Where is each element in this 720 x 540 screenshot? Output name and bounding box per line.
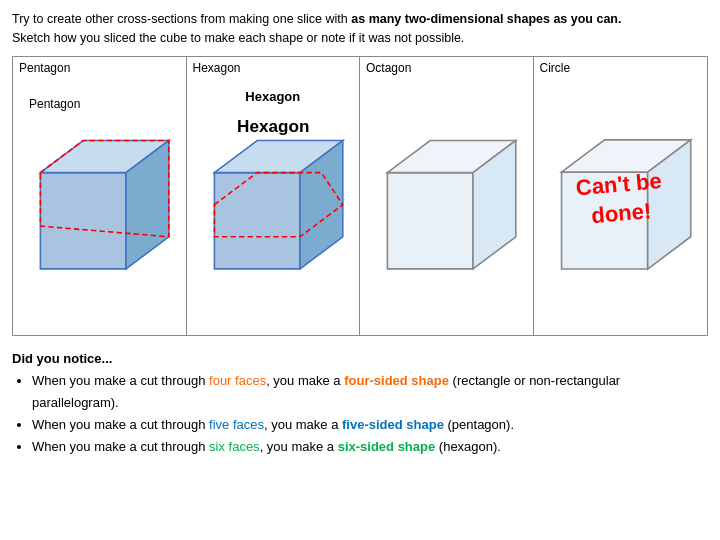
pentagon-cube-svg <box>19 87 180 322</box>
circle-cell: Circle Can't bedone! <box>534 57 708 335</box>
instructions-line1: Try to create other cross-sections from … <box>12 12 351 26</box>
notes-1-before: When you make a cut through <box>32 373 209 388</box>
circle-label: Circle <box>540 61 571 75</box>
notes-2-after: (pentagon). <box>444 417 514 432</box>
octagon-cell: Octagon <box>360 57 534 335</box>
notes-3-after: (hexagon). <box>435 439 501 454</box>
notes-item-2: When you make a cut through five faces, … <box>32 414 708 436</box>
notes-3-highlight2: six-sided shape <box>338 439 436 454</box>
octagon-label: Octagon <box>366 61 411 75</box>
page: Try to create other cross-sections from … <box>0 0 720 540</box>
notes-2-highlight2: five-sided shape <box>342 417 444 432</box>
hexagon-label: Hexagon <box>193 61 241 75</box>
notes-1-highlight2: four-sided shape <box>344 373 449 388</box>
notes-section: Did you notice... When you make a cut th… <box>12 348 708 458</box>
hexagon-inner-label: Hexagon <box>245 89 300 104</box>
notes-2-mid: , you make a <box>264 417 342 432</box>
instructions-line2: Sketch how you sliced the cube to make e… <box>12 31 464 45</box>
hexagon-cell: Hexagon Hexagon Hexagon <box>187 57 361 335</box>
notes-3-mid: , you make a <box>260 439 338 454</box>
octagon-cube-svg <box>366 87 527 322</box>
hexagon-cube-svg: Hexagon <box>193 87 354 322</box>
notes-1-mid: , you make a <box>266 373 344 388</box>
notes-item-3: When you make a cut through six faces, y… <box>32 436 708 458</box>
pentagon-cell: Pentagon Pentagon <box>13 57 187 335</box>
instructions: Try to create other cross-sections from … <box>12 10 708 48</box>
svg-text:Hexagon: Hexagon <box>237 117 309 136</box>
notes-1-highlight1: four faces <box>209 373 266 388</box>
notes-item-1: When you make a cut through four faces, … <box>32 370 708 414</box>
svg-marker-9 <box>387 172 473 268</box>
notes-2-highlight1: five faces <box>209 417 264 432</box>
circle-content: Can't bedone! <box>540 79 702 331</box>
pentagon-label: Pentagon <box>19 61 70 75</box>
did-you-notice-header: Did you notice... <box>12 348 708 370</box>
shapes-grid: Pentagon Pentagon Hexagon <box>12 56 708 336</box>
octagon-content <box>366 79 527 331</box>
notes-list: When you make a cut through four faces, … <box>12 370 708 458</box>
instructions-line1-bold: as many two-dimensional shapes as you ca… <box>351 12 621 26</box>
cant-be-done-text: Can't bedone! <box>575 167 666 231</box>
notes-3-before: When you make a cut through <box>32 439 209 454</box>
svg-marker-0 <box>40 172 126 268</box>
svg-marker-4 <box>214 172 300 268</box>
hexagon-content: Hexagon Hexagon <box>193 79 354 331</box>
pentagon-inner-label: Pentagon <box>29 97 80 111</box>
notes-3-highlight1: six faces <box>209 439 260 454</box>
notes-2-before: When you make a cut through <box>32 417 209 432</box>
pentagon-content: Pentagon <box>19 79 180 331</box>
